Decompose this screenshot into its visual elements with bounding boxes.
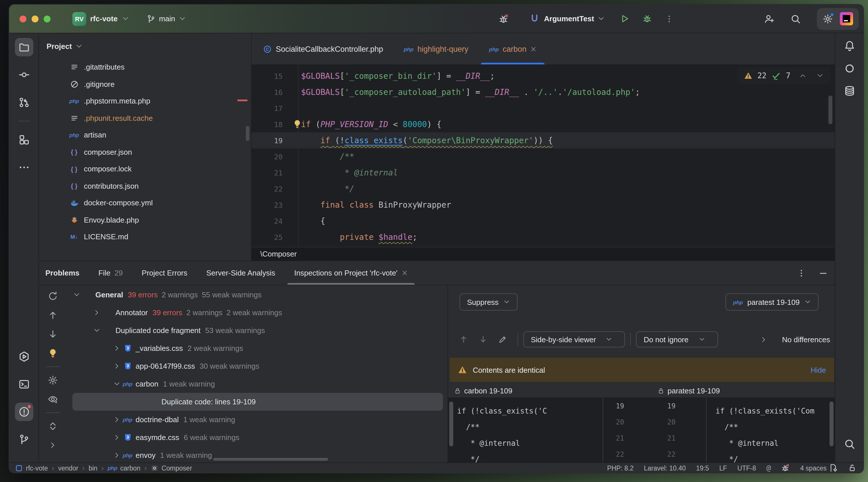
status-item[interactable]: [781, 463, 790, 472]
code-editor[interactable]: 15$GLOBALS['_composer_bin_dir'] = __DIR_…: [252, 65, 835, 247]
activity-item-services[interactable]: [14, 347, 33, 366]
project-file-Envoy.blade.php[interactable]: Envoy.blade.php: [39, 211, 251, 228]
more-options-icon[interactable]: [797, 268, 806, 278]
problems-tab-Server-Side Analysis[interactable]: Server-Side Analysis: [206, 261, 275, 285]
project-file-.gitattributes[interactable]: .gitattributes: [39, 59, 251, 76]
minimize-window-button[interactable]: [32, 15, 38, 22]
project-scrollbar[interactable]: [246, 126, 249, 141]
project-file-composer.lock[interactable]: { }composer.lock: [39, 161, 251, 177]
status-breadcrumb-rfc-vote[interactable]: rfc-vote: [15, 464, 48, 472]
banner-hide-link[interactable]: Hide: [811, 366, 826, 374]
status-breadcrumb-carbon[interactable]: phpcarbon: [108, 464, 141, 471]
viewer-mode-button[interactable]: Side-by-side viewer: [523, 331, 625, 347]
editor-breadcrumbs[interactable]: \Composer: [252, 247, 835, 260]
diff-right-scrollbar[interactable]: [830, 401, 834, 446]
run-configuration-name[interactable]: ArgumentTest: [544, 15, 594, 23]
ignore-policy-button[interactable]: Do not ignore: [636, 331, 718, 347]
tree-chevron-icon[interactable]: [112, 380, 122, 388]
search-icon[interactable]: [844, 438, 855, 450]
project-file-contributors.json[interactable]: { }contributors.json: [39, 177, 251, 194]
problems-tab-File[interactable]: File29: [98, 261, 123, 285]
problem-node[interactable]: phpcarbon1 weak warning: [67, 375, 447, 393]
activity-item-terminal[interactable]: [14, 375, 33, 393]
code-line-20[interactable]: 20 /**: [252, 148, 835, 165]
status-item-laravel-10-40[interactable]: Laravel: 10.40: [644, 464, 686, 471]
project-file-.phpstorm.meta.php[interactable]: php.phpstorm.meta.php: [39, 93, 251, 110]
project-file-artisan[interactable]: phpartisan: [39, 126, 251, 143]
toolbar-refresh-button[interactable]: [46, 289, 60, 303]
suppress-button[interactable]: Suppress: [460, 293, 518, 311]
problem-node[interactable]: 3easymde.css6 weak warnings: [67, 428, 447, 446]
status-item-utf-8[interactable]: UTF-8: [737, 464, 756, 471]
close-tab-icon[interactable]: [530, 46, 537, 52]
problem-node[interactable]: Duplicate code: lines 19-109: [72, 393, 443, 411]
problem-node[interactable]: 3app-06147f99.css30 weak warnings: [67, 357, 447, 375]
tree-horizontal-scrollbar[interactable]: [213, 458, 328, 461]
problems-tab-Project Errors[interactable]: Project Errors: [142, 261, 187, 285]
code-line-21[interactable]: 21 * @internal: [252, 165, 835, 180]
code-line-24[interactable]: 24 {: [252, 213, 835, 229]
problem-node[interactable]: General39 errors2 warnings55 weak warnin…: [67, 286, 447, 304]
problem-node[interactable]: phpdoctrine-dbal1 weak warning: [67, 411, 447, 428]
search-everywhere-button[interactable]: [790, 13, 801, 24]
activity-item-structure[interactable]: [14, 131, 33, 149]
status-breadcrumb-Composer[interactable]: Composer: [151, 464, 192, 472]
activity-item-commit[interactable]: [14, 65, 33, 84]
chevron-down-icon[interactable]: [597, 15, 605, 23]
close-tab-icon[interactable]: [402, 270, 408, 276]
activity-item-pull-requests[interactable]: [14, 93, 33, 112]
toolbar-bulb-button[interactable]: [46, 346, 60, 360]
problem-node[interactable]: Annotator39 errors2 warnings2 weak warni…: [67, 304, 447, 321]
project-file-LICENSE.md[interactable]: M↓LICENSE.md: [39, 228, 251, 245]
editor-tab-highlight-query[interactable]: phphighlight-query: [394, 33, 479, 64]
status-item-lf[interactable]: LF: [719, 464, 727, 471]
more-run-actions-button[interactable]: [664, 14, 674, 23]
code-line-25[interactable]: 25 private $handle;: [252, 229, 835, 245]
ai-icon[interactable]: [844, 63, 855, 74]
toolbar-arrow-up-button[interactable]: [46, 308, 60, 322]
activity-item-project[interactable]: [14, 38, 33, 56]
project-file-docker-compose.yml[interactable]: docker-compose.yml: [39, 194, 251, 211]
tree-chevron-icon[interactable]: [112, 344, 122, 352]
diff-left-scrollbar[interactable]: [449, 401, 453, 446]
close-window-button[interactable]: [20, 15, 26, 22]
diff-viewer[interactable]: if (!class_exists('C /** * @internal */ …: [448, 398, 835, 462]
tree-chevron-icon[interactable]: [91, 327, 102, 334]
bell-icon[interactable]: [844, 40, 855, 52]
status-breadcrumb-vendor[interactable]: vendor: [58, 464, 78, 471]
status-item-4-spaces[interactable]: 4 spaces: [800, 463, 838, 472]
problems-tab-Inspections on Project 'rfc-vote'[interactable]: Inspections on Project 'rfc-vote': [294, 261, 408, 285]
status-item-php-8-2[interactable]: PHP: 8.2: [607, 464, 633, 471]
code-line-16[interactable]: 16$GLOBALS['_composer_autoload_path'] = …: [252, 84, 835, 100]
chevron-right-icon[interactable]: [760, 336, 768, 343]
tree-chevron-icon[interactable]: [71, 291, 82, 299]
status-breadcrumb-bin[interactable]: bin: [89, 464, 97, 471]
zoom-window-button[interactable]: [44, 15, 51, 22]
tree-chevron-icon[interactable]: [112, 452, 122, 459]
debug-button[interactable]: [642, 14, 652, 24]
previous-diff-icon[interactable]: [459, 335, 468, 344]
code-with-me-button[interactable]: [764, 13, 774, 24]
next-diff-icon[interactable]: [478, 335, 488, 344]
project-panel-header[interactable]: Project: [39, 33, 251, 59]
problem-node[interactable]: 3_variables.css2 weak warnings: [67, 339, 447, 357]
next-problem-button[interactable]: [816, 72, 824, 79]
code-line-19[interactable]: 19 if (!class_exists('Composer\BinProxyW…: [252, 132, 835, 148]
editor-scrollbar[interactable]: [828, 95, 832, 124]
code-line-18[interactable]: 18if (PHP_VERSION_ID < 80000) {: [252, 116, 835, 132]
toolbar-expand-button[interactable]: [46, 419, 60, 433]
activity-item-more-tool-windows[interactable]: [14, 158, 33, 177]
code-line-23[interactable]: 23 final class BinProxyWrapper: [252, 197, 835, 213]
tree-chevron-icon[interactable]: [112, 362, 122, 370]
editor-tab-SocialiteCallbackController.php[interactable]: CSocialiteCallbackController.php: [253, 33, 394, 64]
project-file-composer.json[interactable]: { }composer.json: [39, 143, 251, 161]
status-item-19-5[interactable]: 19:5: [696, 464, 709, 471]
tree-chevron-icon[interactable]: [112, 434, 122, 441]
minimize-panel-icon[interactable]: [818, 268, 828, 278]
project-widget[interactable]: RV rfc-vote: [72, 12, 129, 26]
activity-item-version-control[interactable]: [14, 430, 33, 449]
edit-icon[interactable]: [498, 335, 507, 344]
database-icon[interactable]: [844, 85, 855, 96]
project-file-.phpunit.result.cache[interactable]: .phpunit.result.cache: [39, 110, 251, 126]
problems-tab-Problems[interactable]: Problems: [45, 261, 80, 285]
